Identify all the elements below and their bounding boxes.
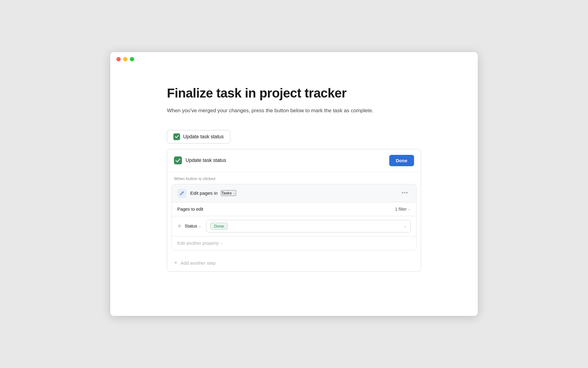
filter-button[interactable]: 1 filter ⌄: [395, 207, 411, 212]
step-card: Edit pages in Tasks ⌄ ••• Pages to edit …: [172, 184, 417, 250]
step-header: Edit pages in Tasks ⌄ •••: [172, 184, 416, 202]
status-value-chevron-icon: ⌄: [404, 224, 407, 228]
status-label-button[interactable]: Status ⌄: [185, 224, 201, 228]
pages-to-edit-label: Pages to edit: [177, 207, 203, 212]
task-status-checkbox-icon: [173, 133, 180, 140]
add-step-label: Add another step: [181, 260, 216, 266]
status-chevron-icon: ⌄: [198, 224, 201, 228]
task-name-input[interactable]: [186, 158, 386, 163]
done-button[interactable]: Done: [389, 155, 414, 166]
edit-pages-prefix: Edit pages in: [190, 190, 218, 196]
edit-another-property-label: Edit another property ⌄: [177, 241, 223, 246]
status-row: ✳ Status ⌄ Done ⌄: [172, 216, 416, 236]
minimize-dot[interactable]: [123, 57, 127, 61]
main-card: Done When button is clicked Edit pages i…: [167, 149, 421, 272]
main-content: Finalize task in project tracker When yo…: [110, 61, 478, 296]
update-task-status-button[interactable]: Update task status: [167, 130, 230, 144]
filter-count-label: 1 filter: [395, 207, 407, 212]
status-text: Status: [185, 224, 197, 228]
step-menu-button[interactable]: •••: [399, 189, 411, 197]
titlebar: [110, 52, 478, 61]
tasks-chevron-icon: ⌄: [233, 191, 236, 195]
page-description: When you've merged your changes, press t…: [167, 107, 421, 115]
status-spinner-icon: ✳: [177, 223, 182, 229]
card-header: Done: [167, 149, 421, 172]
tasks-dropdown-button[interactable]: Tasks ⌄: [221, 190, 236, 196]
app-window: Finalize task in project tracker When yo…: [110, 52, 478, 316]
when-label: When button is clicked: [167, 172, 421, 184]
edit-another-property-row[interactable]: Edit another property ⌄: [172, 236, 416, 250]
pages-row: Pages to edit 1 filter ⌄: [172, 202, 416, 216]
maximize-dot[interactable]: [130, 57, 134, 61]
update-task-status-label: Update task status: [183, 134, 224, 140]
close-dot[interactable]: [116, 57, 121, 61]
edit-property-chevron-icon: ⌄: [220, 241, 223, 245]
edit-pages-icon: [177, 189, 187, 198]
add-another-step-row[interactable]: + Add another step: [167, 255, 421, 271]
status-done-badge: Done: [210, 223, 228, 230]
page-title: Finalize task in project tracker: [167, 86, 421, 101]
status-value-area[interactable]: Done ⌄: [206, 220, 411, 232]
tasks-label: Tasks: [221, 191, 232, 195]
card-checkbox-icon[interactable]: [174, 156, 182, 164]
filter-chevron-icon: ⌄: [408, 207, 411, 211]
add-step-plus-icon: +: [174, 259, 178, 266]
step-title: Edit pages in Tasks ⌄: [190, 190, 399, 196]
